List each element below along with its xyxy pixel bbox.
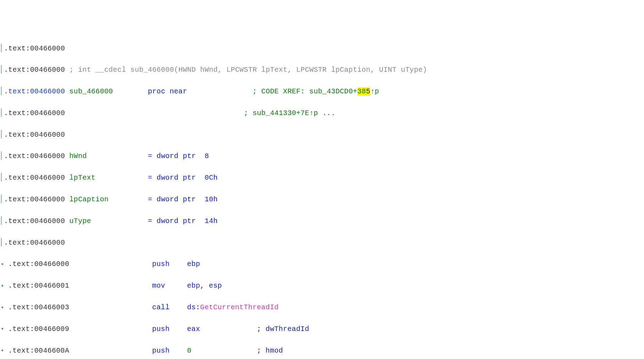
address: .text:00466000 xyxy=(4,44,65,53)
fold-bar-icon: ▏ xyxy=(1,173,4,183)
comment: ; int __cdecl sub_466000(HWND hWnd, LPCW… xyxy=(70,66,427,74)
local-var[interactable]: lpText xyxy=(70,174,96,182)
address: .text:00466000 xyxy=(4,66,65,74)
fold-bar-icon: ▏ xyxy=(1,194,4,205)
local-var[interactable]: hWnd xyxy=(70,152,87,160)
mnemonic: push xyxy=(152,347,170,355)
mnemonic: call xyxy=(152,303,170,311)
disasm-line[interactable]: ●.text:00466003 call ds:GetCurrentThread… xyxy=(1,302,644,313)
highlight: 38 xyxy=(357,87,366,96)
address: .text:00466000 xyxy=(4,109,65,117)
fold-bar-icon: ▏ xyxy=(1,86,4,97)
local-var[interactable]: uType xyxy=(70,217,91,225)
disasm-line[interactable]: ▏.text:00466000 hWnd = dword ptr 8 xyxy=(1,151,644,162)
fold-bar-icon: ▏ xyxy=(1,43,4,54)
address: .text:00466000 xyxy=(4,87,65,96)
fold-bar-icon: ▏ xyxy=(1,108,4,119)
address: .text:00466000 xyxy=(4,174,65,182)
xref[interactable]: ; sub_441330+7E↑p ... xyxy=(244,109,335,117)
fold-bar-icon: ▏ xyxy=(1,65,4,75)
operand: eax xyxy=(187,325,200,333)
disasm-line[interactable]: ●.text:0046600A push 0 ; hmod xyxy=(1,346,644,356)
fold-bar-icon: ▏ xyxy=(1,216,4,227)
disasm-line[interactable]: ▏.text:00466000 ; int __cdecl sub_466000… xyxy=(1,65,644,75)
address: .text:00466000 xyxy=(8,260,69,268)
address: .text:00466009 xyxy=(8,325,69,333)
address: .text:0046600A xyxy=(8,347,69,355)
disasm-line[interactable]: ▏.text:00466000 xyxy=(1,238,644,248)
disasm-line[interactable]: ▏.text:00466000 xyxy=(1,43,644,54)
var-def: = dword ptr 14h xyxy=(148,217,218,225)
address: .text:00466000 xyxy=(4,131,65,139)
fold-bar-icon: ▏ xyxy=(1,130,4,140)
keyword: proc near xyxy=(148,87,187,96)
mnemonic: push xyxy=(152,260,170,268)
arg-comment: ; dwThreadId xyxy=(257,325,309,333)
proc-name[interactable]: sub_466000 xyxy=(70,87,113,96)
address: .text:00466000 xyxy=(4,195,65,203)
disasm-line[interactable]: ●.text:00466001 mov ebp, esp xyxy=(1,281,644,291)
operand-prefix: ds: xyxy=(187,303,200,311)
api-call[interactable]: GetCurrentThreadId xyxy=(200,303,278,311)
breakpoint-icon[interactable]: ● xyxy=(1,304,8,311)
disasm-line[interactable]: ▏.text:00466000 ; sub_441330+7E↑p ... xyxy=(1,108,644,119)
disasm-line[interactable]: ▏.text:00466000 lpText = dword ptr 0Ch xyxy=(1,173,644,183)
breakpoint-icon[interactable]: ● xyxy=(1,283,8,289)
fold-bar-icon: ▏ xyxy=(1,151,4,162)
mnemonic: mov xyxy=(152,282,165,290)
fold-bar-icon: ▏ xyxy=(1,238,4,248)
var-def: = dword ptr 8 xyxy=(148,152,209,160)
disasm-line[interactable]: ▏.text:00466000 uType = dword ptr 14h xyxy=(1,216,644,227)
var-def: = dword ptr 0Ch xyxy=(148,174,218,182)
highlight: 5 xyxy=(366,87,370,96)
address: .text:00466001 xyxy=(8,282,69,290)
address: .text:00466003 xyxy=(8,303,69,311)
disasm-line[interactable]: ▏.text:00466000 sub_466000 proc near ; C… xyxy=(1,86,644,97)
xref[interactable]: ; CODE XREF: sub_43DCD0+385↑p xyxy=(252,87,379,96)
breakpoint-icon[interactable]: ● xyxy=(1,326,8,332)
address: .text:00466000 xyxy=(4,217,65,225)
breakpoint-icon[interactable]: ● xyxy=(1,347,8,354)
disasm-line[interactable]: ●.text:00466000 push ebp xyxy=(1,259,644,270)
disasm-line[interactable]: ●.text:00466009 push eax ; dwThreadId xyxy=(1,324,644,334)
disasm-line[interactable]: ▏.text:00466000 xyxy=(1,130,644,140)
address: .text:00466000 xyxy=(4,152,65,160)
address: .text:00466000 xyxy=(4,239,65,247)
local-var[interactable]: lpCaption xyxy=(70,195,109,203)
disasm-line[interactable]: ▏.text:00466000 lpCaption = dword ptr 10… xyxy=(1,194,644,205)
mnemonic: push xyxy=(152,325,170,333)
operand: ebp, esp xyxy=(187,282,222,290)
var-def: = dword ptr 10h xyxy=(148,195,218,203)
arg-comment: ; hmod xyxy=(257,347,283,355)
operand: 0 xyxy=(187,347,191,355)
breakpoint-icon[interactable]: ● xyxy=(1,261,8,267)
operand: ebp xyxy=(187,260,200,268)
